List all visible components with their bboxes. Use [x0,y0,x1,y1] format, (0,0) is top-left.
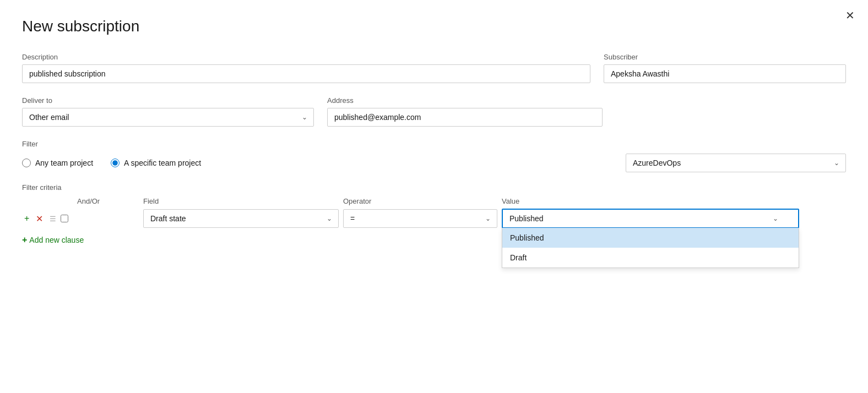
value-chevron-icon: ⌄ [773,215,778,222]
row-checkbox[interactable] [61,215,68,222]
col-value-header: Value [502,197,799,205]
project-select[interactable]: AzureDevOps [626,154,846,172]
reorder-button[interactable]: ☰ [47,214,58,224]
value-cell: Published ⌄ Published Draft [502,209,799,228]
description-label: Description [22,53,590,61]
col-andor-header: And/Or [77,197,143,205]
radio-specific-project[interactable]: A specific team project [111,159,201,167]
filter-criteria-label: Filter criteria [22,183,846,192]
project-select-inner: AzureDevOps ⌄ [626,154,846,172]
criteria-headers: And/Or Field Operator Value [22,197,846,205]
filter-radio-group: Any team project A specific team project [22,159,201,167]
deliver-to-select[interactable]: Other email My email Team email [22,108,314,127]
value-dropdown: Published Draft [502,228,799,268]
deliver-to-select-wrapper: Other email My email Team email ⌄ [22,108,314,127]
close-button[interactable]: ✕ [845,10,855,21]
add-clause-button[interactable]: + Add new clause [22,233,84,247]
address-label: Address [327,96,603,105]
subscriber-group: Subscriber [604,53,846,83]
value-selected-text: Published [509,214,544,223]
new-subscription-dialog: ✕ New subscription Description Subscribe… [0,0,868,393]
col-operator-header: Operator [343,197,497,205]
filter-row: Any team project A specific team project… [22,154,846,172]
deliver-to-label: Deliver to [22,96,314,105]
operator-select-wrapper: = != ⌄ [343,209,497,228]
field-select[interactable]: Draft state [143,209,339,228]
row-actions: + ✕ ☰ [22,212,77,225]
description-group: Description [22,53,590,83]
criteria-row-1: + ✕ ☰ Draft state ⌄ = != [22,209,846,228]
description-input[interactable] [22,64,590,83]
field-select-wrapper: Draft state ⌄ [143,209,339,228]
address-input[interactable] [327,108,603,127]
col-field-header: Field [143,197,339,205]
deliver-to-group: Deliver to Other email My email Team ema… [22,96,314,127]
add-clause-icon: + [22,235,27,245]
dialog-title: New subscription [22,18,846,35]
subscriber-input [604,64,846,83]
dropdown-option-published[interactable]: Published [502,228,799,248]
radio-specific-input[interactable] [111,159,120,167]
filter-section: Filter Any team project A specific team … [22,140,846,172]
subscriber-label: Subscriber [604,53,846,61]
delete-row-button[interactable]: ✕ [34,212,45,225]
field-cell: Draft state ⌄ [143,209,339,228]
radio-any-label: Any team project [35,159,93,167]
filter-label: Filter [22,140,846,148]
operator-select[interactable]: = != [343,209,497,228]
add-clause-label: Add new clause [29,236,84,244]
operator-cell: = != ⌄ [343,209,497,228]
radio-any-project[interactable]: Any team project [22,159,93,167]
dropdown-option-draft[interactable]: Draft [502,248,799,268]
value-select-display[interactable]: Published ⌄ [502,209,799,228]
add-row-button[interactable]: + [22,212,31,225]
project-select-wrapper: AzureDevOps ⌄ [626,154,846,172]
radio-any-input[interactable] [22,159,31,167]
radio-specific-label: A specific team project [124,159,201,167]
filter-criteria-section: Filter criteria And/Or Field Operator Va… [22,183,846,247]
address-group: Address [327,96,603,127]
